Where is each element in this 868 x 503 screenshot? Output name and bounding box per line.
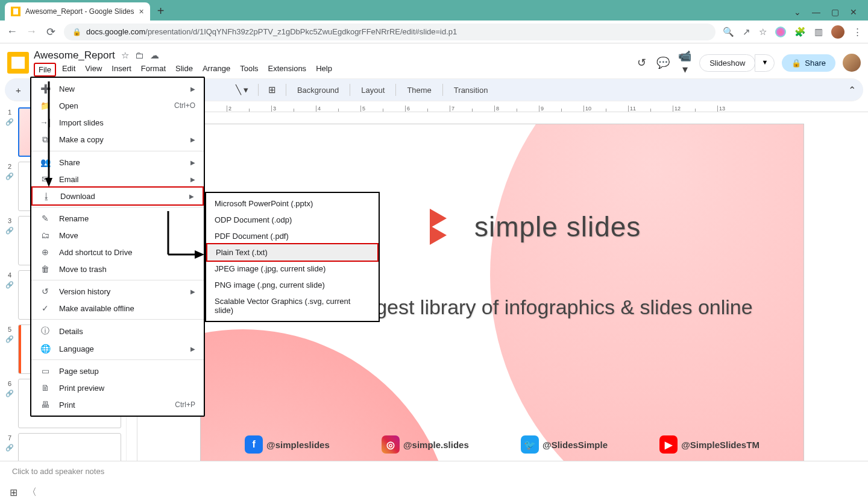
history-icon[interactable]: ↺ (634, 56, 649, 69)
zoom-icon[interactable]: 🔍 (723, 27, 734, 37)
tab-title: Awesome_Report - Google Slides (25, 7, 134, 16)
instagram-icon: ◎ (382, 435, 400, 454)
background-button[interactable]: Background (292, 83, 344, 97)
file-menu-details[interactable]: ⓘDetails (31, 322, 204, 340)
textbox-button[interactable]: ⊞ (265, 82, 280, 98)
share-url-icon[interactable]: ↗ (743, 27, 750, 37)
layout-button[interactable]: Layout (356, 83, 389, 97)
document-title[interactable]: Awesome_Report (34, 49, 115, 62)
menu-item-icon: ▭ (40, 366, 51, 376)
chrome-menu-icon[interactable]: ⋮ (853, 27, 862, 37)
download-option[interactable]: Plain Text (.txt) (206, 243, 379, 262)
forward-button[interactable]: → (25, 25, 37, 38)
comments-icon[interactable]: 💬 (656, 56, 670, 69)
menu-item-label: New (59, 84, 182, 93)
new-slide-button[interactable]: + (12, 83, 25, 98)
new-tab-button[interactable]: + (157, 4, 165, 18)
menu-arrange[interactable]: Arrange (199, 63, 234, 77)
social-tw: 🐦@SlidesSimple (521, 435, 608, 454)
ruler-tick: 8 (494, 106, 517, 112)
lock-share-icon: 🔒 (791, 59, 801, 68)
window-dropdown-icon[interactable]: ⌄ (794, 7, 801, 17)
ruler-tick (606, 109, 628, 112)
slideshow-button[interactable]: Slideshow (699, 54, 755, 72)
file-menu-language[interactable]: 🌐Language▶ (31, 340, 204, 357)
slide-thumbnail[interactable] (18, 433, 121, 461)
slideshow-caret-button[interactable]: ▼ (755, 54, 775, 72)
menu-item-icon: ↺ (40, 286, 51, 296)
menu-help[interactable]: Help (312, 63, 336, 77)
file-menu-make-available-offline[interactable]: ✓Make available offline (31, 300, 204, 317)
window-close-icon[interactable]: ✕ (850, 7, 857, 17)
menu-bar: FileEditViewInsertFormatSlideArrangeTool… (34, 63, 629, 77)
speaker-notes[interactable]: Click to add speaker notes (0, 461, 868, 481)
download-option[interactable]: PDF Document (.pdf) (206, 228, 379, 244)
window-maximize-icon[interactable]: ▢ (831, 7, 839, 17)
share-label: Share (805, 59, 826, 68)
ruler-tick (383, 109, 405, 112)
browser-tab[interactable]: Awesome_Report - Google Slides × (5, 2, 150, 21)
ig-handle: @simple.slides (403, 440, 469, 450)
ruler-tick (650, 109, 673, 112)
download-option[interactable]: PNG image (.png, current slide) (206, 277, 379, 293)
submenu-arrow-icon: ▶ (189, 193, 194, 200)
slides-logo-icon[interactable] (7, 52, 29, 74)
file-menu-version-history[interactable]: ↺Version history▶ (31, 283, 204, 300)
tab-close-icon[interactable]: × (139, 7, 144, 16)
menu-insert[interactable]: Insert (108, 63, 135, 77)
cloud-status-icon[interactable]: ☁ (150, 50, 159, 61)
meet-icon[interactable]: 📹▾ (678, 49, 692, 76)
back-button[interactable]: ← (6, 25, 18, 38)
menu-item-label: Make a copy (59, 135, 182, 144)
background-shape (490, 124, 804, 461)
toolbar-expand-icon[interactable]: ⌃ (848, 84, 856, 96)
download-option[interactable]: ODP Document (.odp) (206, 212, 379, 228)
menu-view[interactable]: View (81, 63, 105, 77)
bookmark-icon[interactable]: ☆ (759, 27, 767, 37)
menu-shortcut: Ctrl+P (175, 400, 195, 409)
menu-item-label: Import slides (59, 118, 195, 127)
menu-tools[interactable]: Tools (236, 63, 262, 77)
profile-avatar[interactable] (831, 25, 844, 39)
menu-slide[interactable]: Slide (172, 63, 197, 77)
slide-link-icon: 🔗 (5, 227, 14, 235)
line-caret[interactable]: ╲ ▾ (232, 82, 252, 98)
account-avatar[interactable] (843, 54, 861, 72)
submenu-arrow-icon: ▶ (190, 159, 195, 166)
download-option[interactable]: Microsoft PowerPoint (.pptx) (206, 195, 379, 212)
window-minimize-icon[interactable]: ― (812, 7, 820, 17)
reload-button[interactable]: ⟳ (45, 25, 57, 39)
file-menu-page-setup[interactable]: ▭Page setup (31, 362, 204, 379)
download-option[interactable]: JPEG image (.jpg, current slide) (206, 261, 379, 277)
theme-button[interactable]: Theme (402, 83, 436, 97)
download-option[interactable]: Scalable Vector Graphics (.svg, current … (206, 293, 379, 318)
menu-format[interactable]: Format (137, 63, 169, 77)
menu-file[interactable]: File (34, 63, 56, 77)
move-folder-icon[interactable]: 🗀 (135, 50, 144, 61)
file-menu-print-preview[interactable]: 🗎Print preview (31, 379, 204, 396)
transition-button[interactable]: Transition (449, 83, 493, 97)
menu-item-label: Version history (59, 287, 182, 296)
sidepanel-icon[interactable]: ▥ (814, 27, 823, 37)
menu-item-icon: ⭳ (41, 191, 52, 201)
svg-marker-1 (45, 178, 52, 187)
menu-item-label: Share (59, 158, 182, 167)
file-menu-print[interactable]: 🖶PrintCtrl+P (31, 396, 204, 413)
slide-number: 3 (8, 217, 11, 224)
bottom-bar: ⊞ 〈 (0, 481, 868, 503)
slide-number: 4 (8, 271, 11, 279)
extension-icon[interactable] (775, 27, 786, 37)
slide-number: 1 (8, 109, 11, 116)
explore-icon[interactable]: ⊞ (10, 487, 17, 498)
slide-number: 2 (8, 163, 11, 170)
extensions-puzzle-icon[interactable]: 🧩 (794, 27, 806, 37)
ruler-tick: 4 (316, 106, 338, 112)
url-input[interactable]: 🔒 docs.google.com/presentation/d/1IQqYNF… (64, 24, 715, 40)
menu-edit[interactable]: Edit (58, 63, 79, 77)
star-icon[interactable]: ☆ (121, 50, 129, 61)
window-controls: ⌄ ― ▢ ✕ (794, 7, 863, 21)
share-button[interactable]: 🔒 Share (782, 54, 835, 72)
menu-extensions[interactable]: Extensions (265, 63, 310, 77)
collapse-panel-icon[interactable]: 〈 (27, 486, 37, 499)
ruler-tick (695, 109, 717, 112)
